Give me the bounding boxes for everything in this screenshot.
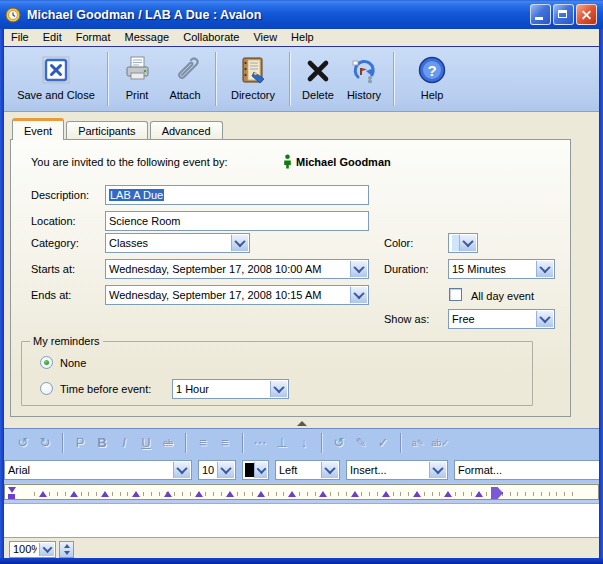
show-as-dropdown[interactable]: Free: [448, 309, 555, 329]
maximize-button[interactable]: [553, 4, 574, 25]
reminder-time-dropdown[interactable]: 1 Hour: [172, 379, 289, 399]
tab-stop-marker[interactable]: [39, 491, 47, 497]
format-separator: [400, 433, 401, 453]
menu-message[interactable]: Message: [118, 29, 177, 46]
dropdown-arrow-icon: [459, 235, 476, 251]
tab-stop-icon: ⋯: [249, 433, 271, 453]
selected-text: LAB A Due: [109, 189, 164, 201]
tab-stop-marker[interactable]: [195, 491, 203, 497]
attach-icon: [170, 52, 200, 88]
window-border: [599, 29, 603, 564]
starts-at-label: Starts at:: [31, 259, 75, 279]
font-family-dropdown[interactable]: Arial: [4, 460, 192, 480]
plain-text-icon: P: [69, 433, 91, 453]
splitter-handle-icon[interactable]: [297, 421, 307, 426]
description-input[interactable]: LAB A Due: [105, 185, 369, 205]
status-bar: 100%: [4, 537, 599, 558]
category-dropdown[interactable]: Classes: [105, 233, 250, 253]
delete-button[interactable]: Delete: [296, 52, 340, 104]
tab-body-area: Event Participants Advanced You are invi…: [4, 112, 599, 417]
tab-stop-marker[interactable]: [226, 491, 234, 497]
zoom-spinner[interactable]: [59, 541, 74, 558]
tab-stop-marker[interactable]: [444, 491, 452, 497]
menu-help[interactable]: Help: [284, 29, 321, 46]
zoom-dropdown[interactable]: 100%: [9, 541, 56, 558]
duration-dropdown[interactable]: 15 Minutes: [448, 259, 555, 279]
tab-stop-marker[interactable]: [382, 491, 390, 497]
minimize-icon: [535, 17, 543, 20]
dropdown-arrow-icon: [350, 261, 367, 277]
dropdown-arrow-icon: [350, 287, 367, 303]
font-color-dropdown[interactable]: [242, 460, 269, 480]
inviter-name: Michael Goodman: [296, 152, 391, 172]
close-icon: [577, 5, 596, 24]
alignment-dropdown[interactable]: Left: [275, 460, 340, 480]
category-label: Category:: [31, 233, 79, 253]
color-dropdown[interactable]: [448, 233, 478, 253]
tab-stop-marker[interactable]: [164, 491, 172, 497]
bold-icon: B: [91, 433, 113, 453]
minimize-button[interactable]: [530, 4, 551, 25]
maximize-icon: [558, 10, 567, 18]
close-button[interactable]: [576, 4, 597, 25]
left-indent-marker[interactable]: [8, 487, 15, 499]
reminder-none-label: None: [60, 353, 86, 373]
font-size-dropdown[interactable]: 10: [198, 460, 236, 480]
history-button[interactable]: History: [340, 52, 388, 104]
color-label: Color:: [384, 233, 413, 253]
event-window: Michael Goodman / LAB A Due : Avalon Fil…: [0, 0, 603, 564]
ends-at-dropdown[interactable]: Wednesday, September 17, 2008 10:15 AM: [105, 285, 369, 305]
help-button[interactable]: ? Help: [400, 52, 464, 104]
dropdown-arrow-icon: [536, 311, 553, 327]
tab-event[interactable]: Event: [12, 118, 64, 140]
menu-collaborate[interactable]: Collaborate: [176, 29, 246, 46]
indent-list-icon: ≡: [214, 433, 236, 453]
format-separator: [185, 433, 186, 453]
print-button[interactable]: Print: [114, 52, 160, 104]
tab-stop-marker[interactable]: [475, 491, 483, 497]
spin-up-icon[interactable]: [60, 542, 73, 549]
save-and-close-button[interactable]: Save and Close: [10, 52, 102, 104]
print-icon: [122, 52, 152, 88]
directory-button[interactable]: Directory: [222, 52, 284, 104]
tab-stop-marker[interactable]: [70, 491, 78, 497]
tab-stop-marker[interactable]: [288, 491, 296, 497]
menu-view[interactable]: View: [246, 29, 284, 46]
location-input[interactable]: Science Room: [105, 211, 369, 231]
insert-dropdown[interactable]: Insert...: [346, 460, 448, 480]
reminder-time-label: Time before event:: [60, 379, 151, 399]
all-day-checkbox[interactable]: [449, 288, 462, 301]
tab-stop-marker[interactable]: [132, 491, 140, 497]
reminders-title: My reminders: [30, 334, 103, 348]
pane-splitter[interactable]: [4, 417, 599, 428]
underline-icon: U: [135, 433, 157, 453]
spin-down-icon[interactable]: [60, 549, 73, 556]
indent-marker-icon: ⊥: [271, 433, 293, 453]
tab-advanced[interactable]: Advanced: [150, 121, 223, 140]
reminder-none-radio[interactable]: [40, 356, 53, 369]
person-icon: [283, 154, 292, 169]
tab-stop-marker[interactable]: [413, 491, 421, 497]
tab-stop-marker[interactable]: [101, 491, 109, 497]
format-dropdown[interactable]: Format...: [454, 460, 599, 480]
window-border: [0, 29, 4, 564]
message-body-area[interactable]: [4, 503, 599, 537]
menu-format[interactable]: Format: [69, 29, 118, 46]
window-border: [0, 558, 603, 564]
menu-edit[interactable]: Edit: [36, 29, 69, 46]
toolbar-separator: [393, 52, 395, 106]
help-icon: ?: [417, 52, 447, 88]
menu-file[interactable]: File: [4, 29, 36, 46]
duration-label: Duration:: [384, 259, 429, 279]
starts-at-dropdown[interactable]: Wednesday, September 17, 2008 10:00 AM: [105, 259, 369, 279]
tab-stop-marker[interactable]: [319, 491, 327, 497]
tab-stop-marker[interactable]: [257, 491, 265, 497]
reminder-time-radio[interactable]: [40, 382, 53, 395]
title-bar[interactable]: Michael Goodman / LAB A Due : Avalon: [0, 0, 603, 29]
tab-participants[interactable]: Participants: [66, 121, 147, 140]
tab-stop-marker[interactable]: [351, 491, 359, 497]
signature-icon: a✎: [407, 433, 429, 453]
ruler-bar[interactable]: [4, 484, 599, 500]
attach-button[interactable]: Attach: [160, 52, 210, 104]
toolbar-separator: [289, 52, 291, 106]
